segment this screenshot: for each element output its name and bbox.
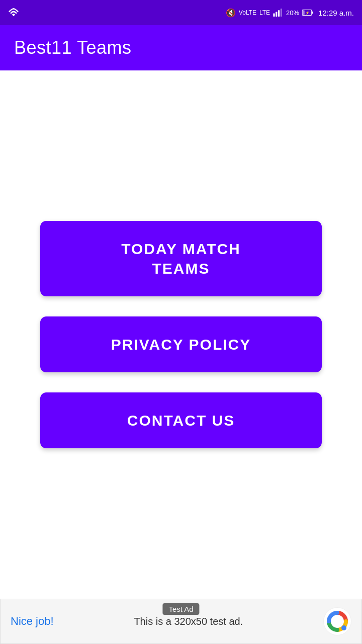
ad-banner: Test Ad Nice job! This is a 320x50 test … xyxy=(0,599,362,644)
app-bar: Best11 Teams xyxy=(0,25,362,70)
svg-text:⚡: ⚡ xyxy=(305,11,310,15)
svg-rect-0 xyxy=(273,14,275,17)
status-bar: 🔇 VoLTE LTE 20% ⚡ 12:29 a.m. xyxy=(0,0,362,25)
contact-us-button[interactable]: CONTACT US xyxy=(40,392,322,448)
mute-icon: 🔇 xyxy=(226,8,236,18)
ad-nice-job: Nice job! xyxy=(11,615,54,628)
app-title: Best11 Teams xyxy=(14,37,131,58)
status-bar-right: 🔇 VoLTE LTE 20% ⚡ 12:29 a.m. xyxy=(226,8,354,18)
svg-rect-5 xyxy=(312,12,313,14)
status-bar-left xyxy=(8,8,19,17)
q-logo-icon xyxy=(325,609,350,634)
wifi-icon xyxy=(8,8,19,17)
battery-icon: ⚡ xyxy=(302,9,313,16)
status-time: 12:29 a.m. xyxy=(318,9,354,17)
lte-label: LTE xyxy=(259,9,270,16)
main-content: TODAY MATCH TEAMS PRIVACY POLICY CONTACT… xyxy=(0,70,362,599)
svg-rect-2 xyxy=(278,10,280,17)
ad-label: Test Ad xyxy=(162,603,199,615)
today-match-teams-button[interactable]: TODAY MATCH TEAMS xyxy=(40,221,322,296)
svg-rect-1 xyxy=(276,12,277,17)
signal-icon xyxy=(273,9,283,17)
svg-rect-6 xyxy=(303,10,305,15)
svg-point-9 xyxy=(341,625,346,630)
battery-percentage: 20% xyxy=(286,9,299,17)
svg-rect-3 xyxy=(281,9,282,17)
privacy-policy-button[interactable]: PRIVACY POLICY xyxy=(40,316,322,372)
ad-text: This is a 320x50 test ad. xyxy=(54,616,323,627)
volte-label: VoLTE xyxy=(239,9,256,16)
ad-logo xyxy=(323,607,351,635)
